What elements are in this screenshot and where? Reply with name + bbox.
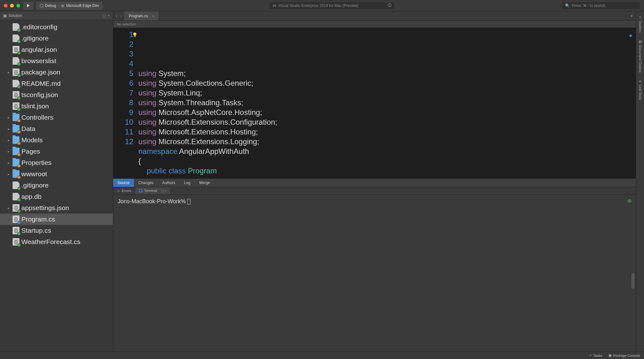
- detach-pad-icon[interactable]: ▢: [102, 14, 106, 18]
- tree-item[interactable]: ▸Data: [0, 123, 113, 134]
- tree-item[interactable]: ▸Models: [0, 134, 113, 146]
- tree-item[interactable]: {}Program.cs: [0, 214, 113, 225]
- nav-forward-button[interactable]: ›: [120, 14, 122, 19]
- code-line[interactable]: using Microsoft.Extensions.Hosting;: [138, 127, 636, 137]
- terminal-view[interactable]: Jons-MacBook-Pro-Work% ⊕: [113, 195, 636, 352]
- tree-item[interactable]: ▸{}package.json: [0, 67, 113, 78]
- app-title-box[interactable]: ⋈ Visual Studio Enterprise 2019 for Mac …: [269, 2, 395, 10]
- tasks-status-button[interactable]: ✓ Tasks: [589, 353, 602, 357]
- expand-chevron-icon[interactable]: ▸: [6, 150, 11, 153]
- errors-pad-label: Errors: [122, 189, 131, 193]
- tree-item[interactable]: {}tslint.json: [0, 101, 113, 112]
- tree-item[interactable]: .editorconfig: [0, 21, 113, 33]
- vcs-tab-authors[interactable]: Authors: [158, 179, 180, 187]
- zoom-window-button[interactable]: [16, 4, 20, 8]
- editor-breadcrumb[interactable]: No selection: [113, 21, 636, 28]
- vcs-tab-changes[interactable]: Changes: [134, 179, 158, 187]
- editor-tab-program[interactable]: Program.cs ×: [124, 11, 159, 20]
- tree-item[interactable]: .gitignore: [0, 180, 113, 191]
- tree-item-label: tsconfig.json: [21, 91, 58, 99]
- terminal-pad-tab[interactable]: Terminal ▢ ×: [135, 187, 171, 194]
- code-line[interactable]: using Microsoft.AspNetCore.Hosting;: [138, 107, 636, 117]
- folder-icon: [13, 114, 19, 121]
- line-number: 4: [115, 59, 133, 68]
- code-line[interactable]: {: [138, 156, 636, 166]
- tree-item[interactable]: {}angular.json: [0, 44, 113, 55]
- tree-item[interactable]: README.md: [0, 78, 113, 89]
- detach-pad-icon[interactable]: ▢: [161, 189, 164, 193]
- expand-chevron-icon[interactable]: ▸: [6, 161, 11, 165]
- code-line[interactable]: using Microsoft.Extensions.Logging;: [138, 137, 636, 146]
- vcs-tab-log[interactable]: Log: [180, 179, 195, 187]
- solution-icon: ▦: [3, 14, 7, 18]
- json-icon: {}: [13, 68, 19, 76]
- file-icon: [13, 57, 19, 65]
- code-content[interactable]: 💡 ◆ using System;using System.Collection…: [138, 28, 636, 178]
- tree-item[interactable]: browserslist: [0, 55, 113, 67]
- code-line[interactable]: using System;: [138, 68, 636, 78]
- run-button[interactable]: [23, 2, 33, 9]
- package-console-label: Package Console: [613, 354, 640, 357]
- vcs-status-badge: [17, 63, 21, 66]
- code-line[interactable]: using System.Linq;: [138, 88, 636, 98]
- tree-item[interactable]: ▸{}appsettings.json: [0, 202, 113, 214]
- tree-item[interactable]: ▸wwwroot: [0, 168, 113, 180]
- vcs-tab-merge[interactable]: Merge: [195, 179, 214, 187]
- vcs-status-badge: [17, 221, 21, 224]
- toolbox-pad-button[interactable]: T Toolbox: [638, 14, 642, 35]
- close-tab-icon[interactable]: ×: [152, 14, 154, 19]
- tree-item[interactable]: {}Startup.cs: [0, 225, 113, 236]
- tree-item[interactable]: {}tsconfig.json: [0, 89, 113, 101]
- search-placeholder: Press '⌘.' to search: [572, 3, 605, 8]
- vcs-status-badge: [17, 142, 21, 145]
- tree-item-label: Startup.cs: [21, 227, 51, 234]
- bottom-pad-tabs: ⊘ Errors Terminal ▢ ×: [113, 187, 636, 195]
- close-window-button[interactable]: [4, 4, 8, 8]
- tree-item[interactable]: ▸Controllers: [0, 112, 113, 123]
- code-editor[interactable]: 123456789101112 💡 ◆ using System;using S…: [113, 28, 636, 178]
- code-line[interactable]: using System.Threading.Tasks;: [138, 98, 636, 107]
- tree-item[interactable]: {}WeatherForecast.cs: [0, 236, 113, 247]
- errors-pad-tab[interactable]: ⊘ Errors: [113, 187, 135, 194]
- document-outline-pad-button[interactable]: ▤ Document Outline: [638, 38, 642, 74]
- solution-tree[interactable]: .editorconfig.gitignore{}angular.jsonbro…: [0, 20, 113, 351]
- code-line[interactable]: using Microsoft.Extensions.Configuration…: [138, 117, 636, 127]
- close-pad-icon[interactable]: ×: [165, 189, 167, 193]
- json-icon: {}: [13, 204, 19, 212]
- package-console-button[interactable]: ▣ Package Console: [608, 353, 640, 357]
- code-line[interactable]: public class Program: [138, 166, 636, 176]
- lightbulb-icon[interactable]: 💡: [132, 30, 137, 40]
- tree-item-label: package.json: [21, 68, 60, 76]
- vcs-tab-source[interactable]: Source: [113, 179, 134, 187]
- editor-tab-overflow[interactable]: ▾: [628, 11, 636, 20]
- json-icon: {}: [13, 215, 19, 223]
- nav-back-button[interactable]: ‹: [116, 14, 117, 19]
- json-icon: {}: [13, 238, 19, 246]
- tree-item[interactable]: ▸Properties: [0, 157, 113, 168]
- code-line[interactable]: namespace AngularAppWithAuth: [138, 146, 636, 156]
- unit-tests-pad-button[interactable]: ✦ Unit Tests: [638, 78, 642, 102]
- terminal-scrollbar[interactable]: [631, 273, 635, 289]
- tree-item[interactable]: ▸Pages: [0, 146, 113, 157]
- target-icon: ◎: [61, 3, 64, 8]
- expand-chevron-icon[interactable]: ▸: [6, 71, 11, 74]
- expand-chevron-icon[interactable]: ▸: [6, 172, 11, 176]
- expand-chevron-icon[interactable]: ▸: [6, 127, 11, 131]
- editor-breadcrumb-label: No selection: [117, 22, 136, 26]
- close-pad-icon[interactable]: ×: [108, 14, 110, 18]
- code-line[interactable]: using System.Collections.Generic;: [138, 78, 636, 88]
- minimize-window-button[interactable]: [10, 4, 14, 8]
- titlebar: Debug › ◎ Microsoft Edge Dev ⋈ Visual St…: [0, 0, 644, 11]
- tree-item[interactable]: app.db: [0, 191, 113, 202]
- tree-item[interactable]: .gitignore: [0, 33, 113, 44]
- run-config-selector[interactable]: Debug › ◎ Microsoft Edge Dev: [36, 2, 103, 9]
- global-search-input[interactable]: 🔍 Press '⌘.' to search: [562, 2, 640, 10]
- expand-chevron-icon[interactable]: ▸: [6, 206, 11, 210]
- info-icon[interactable]: ⓘ: [388, 3, 391, 8]
- expand-chevron-icon[interactable]: ▸: [6, 139, 11, 142]
- expand-chevron-icon[interactable]: ▸: [6, 116, 11, 119]
- vcs-status-badge: [17, 164, 21, 168]
- tree-item-label: .editorconfig: [21, 23, 57, 31]
- folder-icon: [13, 125, 19, 133]
- new-terminal-button[interactable]: ⊕: [627, 198, 631, 204]
